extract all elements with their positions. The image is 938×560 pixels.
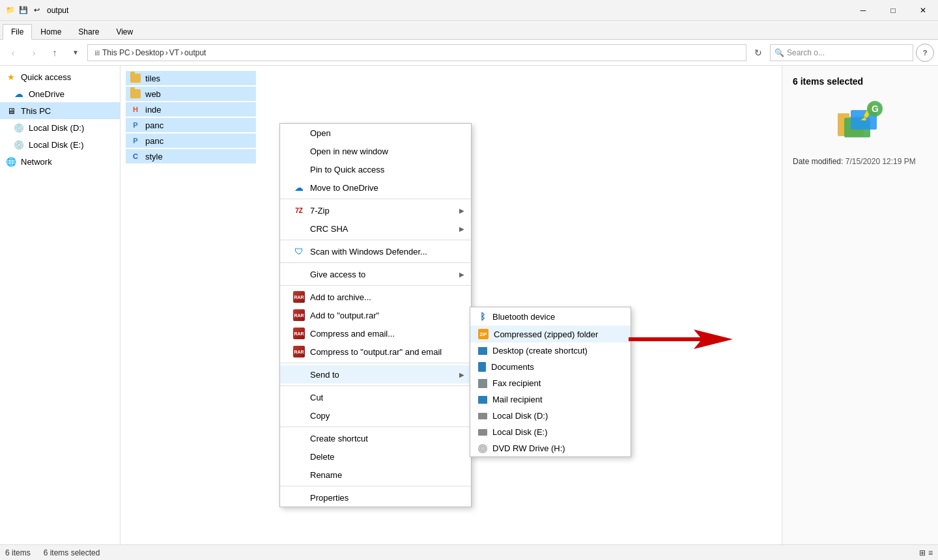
cm-compress-rar-email[interactable]: RAR Compress to "output.rar" and email xyxy=(280,343,471,361)
file-name-panc2: panc xyxy=(145,136,163,146)
sidebar-item-local-d[interactable]: 💿 Local Disk (D:) xyxy=(0,119,120,136)
sm-mail[interactable]: Mail recipient xyxy=(470,391,631,408)
tab-view[interactable]: View xyxy=(107,24,141,39)
file-name-inde: inde xyxy=(145,105,162,115)
send-to-icon xyxy=(293,369,305,380)
date-modified-label: Date modified: xyxy=(793,157,843,166)
cm-properties-label: Properties xyxy=(310,493,348,503)
path-computer: 🖥 This PC xyxy=(93,48,130,57)
details-pane: 6 items selected G Date modified: 7/15/2… xyxy=(782,66,938,545)
sidebar-item-local-e[interactable]: 💿 Local Disk (E:) xyxy=(0,136,120,153)
sm-documents-label: Documents xyxy=(491,362,534,372)
file-name-panc1: panc xyxy=(145,120,163,130)
title-bar: 📁 💾 ↩ output ─ □ ✕ xyxy=(0,0,938,21)
help-button[interactable]: ? xyxy=(916,44,934,62)
cm-open-new-window[interactable]: Open in new window xyxy=(280,142,471,160)
sm-compressed[interactable]: ZIP Compressed (zipped) folder xyxy=(470,326,631,343)
recent-locations-button[interactable]: ▼ xyxy=(66,44,85,62)
search-box[interactable]: 🔍 Search o... xyxy=(770,44,913,61)
file-item-panc2[interactable]: P panc xyxy=(126,133,256,148)
sidebar-label-local-e: Local Disk (E:) xyxy=(29,140,84,150)
desktop-icon xyxy=(478,347,487,355)
sm-bluetooth[interactable]: ᛒ Bluetooth device xyxy=(470,307,631,326)
cut-icon xyxy=(293,391,305,403)
drive-d-icon xyxy=(478,413,487,419)
tab-file[interactable]: File xyxy=(3,24,32,40)
sidebar-item-this-pc[interactable]: 🖥 This PC xyxy=(0,102,120,119)
cm-give-access[interactable]: Give access to xyxy=(280,265,471,283)
address-path[interactable]: 🖥 This PC › Desktop › VT › output xyxy=(87,44,746,61)
pin-icon xyxy=(293,163,305,175)
address-bar: ‹ › ↑ ▼ 🖥 This PC › Desktop › VT › outpu… xyxy=(0,40,938,66)
disk-e-icon: 💿 xyxy=(13,139,25,150)
cm-compress-email[interactable]: RAR Compress and email... xyxy=(280,324,471,343)
sm-local-e[interactable]: Local Disk (E:) xyxy=(470,424,631,440)
red-arrow-indicator xyxy=(629,329,733,351)
undo-icon: ↩ xyxy=(31,5,42,16)
maximize-button[interactable]: □ xyxy=(878,0,908,21)
cm-sep-8 xyxy=(280,486,471,486)
file-item-style[interactable]: C style xyxy=(126,149,256,163)
cm-copy[interactable]: Copy xyxy=(280,406,471,425)
svg-marker-0 xyxy=(629,329,733,349)
file-item-panc1[interactable]: P panc xyxy=(126,118,256,132)
cm-scan-defender[interactable]: 🛡 Scan with Windows Defender... xyxy=(280,242,471,260)
pc-icon: 🖥 xyxy=(5,105,17,117)
refresh-button[interactable]: ↻ xyxy=(749,44,767,62)
sm-local-d[interactable]: Local Disk (D:) xyxy=(470,408,631,424)
cm-create-shortcut[interactable]: Create shortcut xyxy=(280,429,471,447)
sm-fax[interactable]: Fax recipient xyxy=(470,375,631,391)
cm-create-shortcut-label: Create shortcut xyxy=(310,434,368,443)
cm-add-archive[interactable]: RAR Add to archive... xyxy=(280,288,471,306)
tab-home[interactable]: Home xyxy=(32,24,70,39)
sm-compressed-label: Compressed (zipped) folder xyxy=(494,329,598,339)
disk-d-icon: 💿 xyxy=(13,122,25,133)
sm-fax-label: Fax recipient xyxy=(492,378,541,388)
open-icon xyxy=(293,127,305,139)
sm-dvd[interactable]: DVD RW Drive (H:) xyxy=(470,440,631,456)
properties-icon xyxy=(293,492,305,503)
save-icon: 💾 xyxy=(18,5,29,16)
cm-7zip[interactable]: 7Z 7-Zip xyxy=(280,201,471,219)
sm-desktop[interactable]: Desktop (create shortcut) xyxy=(470,343,631,359)
search-icon: 🔍 xyxy=(775,48,784,57)
details-title: 6 items selected xyxy=(793,76,863,87)
7zip-icon: 7Z xyxy=(293,204,305,216)
cm-delete[interactable]: Delete xyxy=(280,447,471,466)
file-name-web: web xyxy=(145,89,161,99)
file-item-inde[interactable]: H inde xyxy=(126,102,256,117)
file-item-web[interactable]: web xyxy=(126,87,256,101)
cm-properties[interactable]: Properties xyxy=(280,488,471,507)
cm-add-output-rar[interactable]: RAR Add to "output.rar" xyxy=(280,306,471,324)
cm-pin-label: Pin to Quick access xyxy=(310,165,384,175)
back-button[interactable]: ‹ xyxy=(4,44,22,62)
cm-crc-sha[interactable]: CRC SHA xyxy=(280,219,471,238)
up-button[interactable]: ↑ xyxy=(46,44,64,62)
sidebar-item-quick-access[interactable]: ★ Quick access xyxy=(0,68,120,85)
rename-icon xyxy=(293,469,305,481)
onedrive-icon: ☁ xyxy=(13,88,25,100)
zip-icon: ZIP xyxy=(478,329,489,339)
cm-send-to[interactable]: Send to xyxy=(280,365,471,384)
cm-sep-4 xyxy=(280,285,471,286)
file-item-tiles[interactable]: tiles xyxy=(126,71,256,85)
star-icon: ★ xyxy=(5,71,17,83)
copy-icon xyxy=(293,410,305,421)
list-view-button[interactable]: ⊞ xyxy=(919,548,926,557)
sm-local-d-label: Local Disk (D:) xyxy=(492,411,548,421)
cm-sep-5 xyxy=(280,363,471,363)
cm-move-onedrive[interactable]: ☁ Move to OneDrive xyxy=(280,178,471,197)
sidebar-item-onedrive[interactable]: ☁ OneDrive xyxy=(0,85,120,102)
tab-share[interactable]: Share xyxy=(70,24,107,39)
cm-pin-quick[interactable]: Pin to Quick access xyxy=(280,160,471,178)
sm-documents[interactable]: Documents xyxy=(470,359,631,375)
cm-cut[interactable]: Cut xyxy=(280,388,471,406)
sidebar-item-network[interactable]: 🌐 Network xyxy=(0,153,120,170)
details-view-button[interactable]: ≡ xyxy=(928,548,933,557)
close-button[interactable]: ✕ xyxy=(908,0,938,21)
forward-button[interactable]: › xyxy=(25,44,43,62)
cm-rename[interactable]: Rename xyxy=(280,466,471,484)
rar-icon-1: RAR xyxy=(293,291,305,303)
minimize-button[interactable]: ─ xyxy=(848,0,878,21)
cm-open[interactable]: Open xyxy=(280,124,471,142)
